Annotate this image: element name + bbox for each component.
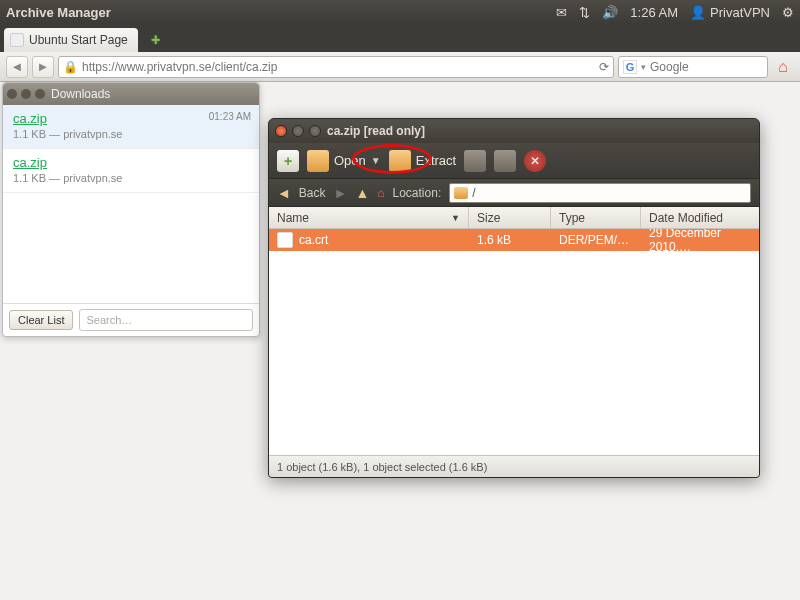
- new-document-icon: +: [277, 150, 299, 172]
- gear-icon[interactable]: ⚙: [782, 5, 794, 20]
- column-header-date[interactable]: Date Modified: [641, 207, 759, 228]
- open-label: Open: [334, 153, 366, 168]
- nav-forward-button[interactable]: ►: [32, 56, 54, 78]
- reload-icon[interactable]: ⟳: [599, 60, 609, 74]
- folder-open-icon: [307, 150, 329, 172]
- archive-window-title: ca.zip [read only]: [327, 124, 425, 138]
- location-label: Location:: [393, 186, 442, 200]
- archive-location-bar: ◄ Back ► ▲ ⌂ Location: /: [269, 179, 759, 207]
- downloads-window: Downloads ca.zip 1.1 KB — privatvpn.se 0…: [2, 82, 260, 337]
- menubar-indicators: ✉ ⇅ 🔊 1:26 AM 👤 PrivatVPN ⚙: [556, 5, 794, 20]
- file-date-cell: 29 December 2010,…: [641, 229, 759, 254]
- open-button[interactable]: Open ▼: [307, 150, 381, 172]
- url-text: https://www.privatvpn.se/client/ca.zip: [82, 60, 277, 74]
- minimize-button[interactable]: [292, 125, 304, 137]
- column-header-size[interactable]: Size: [469, 207, 551, 228]
- close-icon: ✕: [524, 150, 546, 172]
- tab-favicon: [10, 33, 24, 47]
- nav-back-button[interactable]: ◄: [6, 56, 28, 78]
- up-button[interactable]: ▲: [355, 185, 369, 201]
- add-files-icon: [464, 150, 486, 172]
- download-meta: 1.1 KB — privatvpn.se: [13, 128, 249, 140]
- tab-title: Ubuntu Start Page: [29, 33, 128, 47]
- file-name: ca.crt: [299, 233, 328, 247]
- extract-label: Extract: [416, 153, 456, 168]
- file-icon: [277, 232, 293, 248]
- min-dot[interactable]: [21, 89, 31, 99]
- extract-button[interactable]: Extract: [389, 150, 456, 172]
- file-size-cell: 1.6 kB: [469, 233, 551, 247]
- column-header-name[interactable]: Name ▼: [269, 207, 469, 228]
- volume-icon[interactable]: 🔊: [602, 5, 618, 20]
- add-folder-icon: [494, 150, 516, 172]
- home-icon: ⌂: [778, 58, 788, 76]
- downloads-list: ca.zip 1.1 KB — privatvpn.se 01:23 AM ca…: [3, 105, 259, 303]
- archive-columns: Name ▼ Size Type Date Modified: [269, 207, 759, 229]
- chevron-down-icon: ▼: [371, 155, 381, 166]
- browser-tabstrip: Ubuntu Start Page +: [0, 24, 800, 52]
- user-icon: 👤: [690, 5, 706, 20]
- window-controls[interactable]: [275, 125, 321, 137]
- home-icon[interactable]: ⌂: [377, 186, 384, 200]
- download-item[interactable]: ca.zip 1.1 KB — privatvpn.se: [3, 149, 259, 193]
- archive-toolbar: + Open ▼ Extract ✕: [269, 143, 759, 179]
- clear-list-button[interactable]: Clear List: [9, 310, 73, 330]
- window-controls[interactable]: [7, 89, 45, 99]
- app-title: Archive Manager: [6, 5, 111, 20]
- network-icon[interactable]: ⇅: [579, 5, 590, 20]
- user-name: PrivatVPN: [710, 5, 770, 20]
- add-folder-button[interactable]: [494, 150, 516, 172]
- new-tab-button[interactable]: +: [144, 30, 168, 50]
- search-bar[interactable]: G ▾ Google: [618, 56, 768, 78]
- folder-icon: [454, 187, 468, 199]
- download-time: 01:23 AM: [209, 111, 251, 122]
- top-menubar: Archive Manager ✉ ⇅ 🔊 1:26 AM 👤 PrivatVP…: [0, 0, 800, 24]
- downloads-title: Downloads: [51, 87, 110, 101]
- file-name-cell: ca.crt: [269, 232, 469, 248]
- archive-window: ca.zip [read only] + Open ▼ Extract ✕ ◄ …: [268, 118, 760, 478]
- max-dot[interactable]: [35, 89, 45, 99]
- location-input[interactable]: /: [449, 183, 751, 203]
- user-menu[interactable]: 👤 PrivatVPN: [690, 5, 770, 20]
- browser-navbar: ◄ ► 🔒 https://www.privatvpn.se/client/ca…: [0, 52, 800, 82]
- google-icon: G: [623, 60, 637, 74]
- lock-icon: 🔒: [63, 60, 78, 74]
- search-engine-name: Google: [650, 60, 689, 74]
- downloads-footer: Clear List Search…: [3, 303, 259, 336]
- maximize-button[interactable]: [309, 125, 321, 137]
- archive-titlebar[interactable]: ca.zip [read only]: [269, 119, 759, 143]
- plus-icon: +: [151, 31, 160, 49]
- new-archive-button[interactable]: +: [277, 150, 299, 172]
- close-button[interactable]: [275, 125, 287, 137]
- browser-tab[interactable]: Ubuntu Start Page: [4, 28, 138, 52]
- archive-statusbar: 1 object (1.6 kB), 1 object selected (1.…: [269, 455, 759, 477]
- location-value: /: [472, 186, 475, 200]
- clock[interactable]: 1:26 AM: [630, 5, 678, 20]
- menubar-app-title: Archive Manager: [6, 5, 111, 20]
- mail-icon[interactable]: ✉: [556, 5, 567, 20]
- table-row[interactable]: ca.crt 1.6 kB DER/PEM/… 29 December 2010…: [269, 229, 759, 251]
- close-dot[interactable]: [7, 89, 17, 99]
- back-label: Back: [299, 186, 326, 200]
- downloads-search-input[interactable]: Search…: [79, 309, 253, 331]
- download-item[interactable]: ca.zip 1.1 KB — privatvpn.se 01:23 AM: [3, 105, 259, 149]
- stop-button[interactable]: ✕: [524, 150, 546, 172]
- forward-button[interactable]: ►: [334, 185, 348, 201]
- back-button[interactable]: ◄: [277, 185, 291, 201]
- archive-file-list[interactable]: ca.crt 1.6 kB DER/PEM/… 29 December 2010…: [269, 229, 759, 455]
- download-filename[interactable]: ca.zip: [13, 155, 249, 170]
- spacer: [3, 193, 259, 303]
- add-files-button[interactable]: [464, 150, 486, 172]
- home-button[interactable]: ⌂: [772, 56, 794, 78]
- extract-icon: [389, 150, 411, 172]
- file-type-cell: DER/PEM/…: [551, 233, 641, 247]
- sort-desc-icon: ▼: [451, 213, 460, 223]
- column-header-type[interactable]: Type: [551, 207, 641, 228]
- download-meta: 1.1 KB — privatvpn.se: [13, 172, 249, 184]
- downloads-titlebar[interactable]: Downloads: [3, 83, 259, 105]
- url-bar[interactable]: 🔒 https://www.privatvpn.se/client/ca.zip…: [58, 56, 614, 78]
